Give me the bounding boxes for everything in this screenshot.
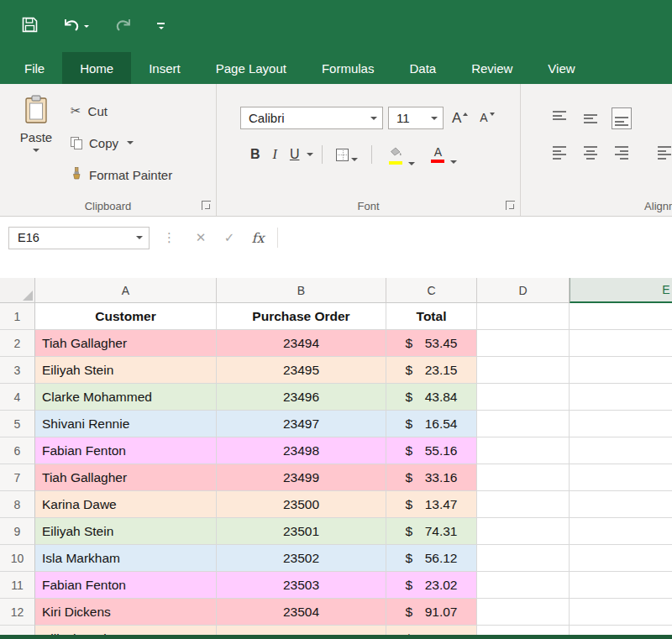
font-name-select[interactable]: Calibri bbox=[240, 107, 383, 129]
cell-customer[interactable]: Isla Markham bbox=[35, 545, 217, 572]
clipboard-dialog-launcher-icon[interactable] bbox=[202, 201, 211, 210]
cell-customer[interactable]: Fabian Fenton bbox=[35, 572, 217, 599]
cell-empty[interactable] bbox=[570, 411, 672, 437]
cell-total[interactable]: $91.07 bbox=[386, 599, 477, 626]
row-number[interactable]: 12 bbox=[0, 599, 35, 626]
cell-purchase-order[interactable]: 23494 bbox=[217, 330, 386, 357]
undo-dropdown-icon[interactable] bbox=[84, 25, 89, 28]
font-dialog-launcher-icon[interactable] bbox=[506, 201, 515, 210]
decrease-indent-button[interactable] bbox=[654, 143, 672, 163]
italic-button[interactable]: I bbox=[268, 145, 282, 164]
cell-total[interactable]: $43.84 bbox=[386, 384, 477, 411]
cell-empty[interactable] bbox=[477, 464, 570, 491]
cell-purchase-order[interactable]: 23502 bbox=[217, 545, 386, 572]
column-header-d[interactable]: D bbox=[477, 278, 570, 303]
cell-empty[interactable] bbox=[477, 545, 570, 572]
cell-customer[interactable]: Shivani Rennie bbox=[35, 411, 217, 437]
font-color-dropdown-icon[interactable] bbox=[450, 160, 457, 164]
name-box[interactable]: E16 bbox=[8, 227, 150, 249]
paste-button[interactable]: Paste bbox=[12, 95, 60, 191]
copy-button[interactable]: Copy bbox=[71, 127, 172, 159]
cell-empty[interactable] bbox=[477, 330, 570, 357]
align-right-button[interactable] bbox=[612, 143, 632, 163]
cell-empty[interactable] bbox=[570, 518, 672, 545]
borders-button[interactable] bbox=[331, 147, 363, 163]
cell-customer[interactable]: Eiliyah Stein bbox=[35, 518, 217, 545]
cell-purchase-order[interactable]: 23503 bbox=[217, 572, 386, 599]
cell-empty[interactable] bbox=[570, 464, 672, 491]
cell-total[interactable]: $53.45 bbox=[386, 330, 477, 357]
tab-review[interactable]: Review bbox=[454, 52, 530, 84]
font-size-select[interactable]: 11 bbox=[388, 107, 444, 129]
cell-customer[interactable]: Karina Dawe bbox=[35, 491, 217, 518]
undo-button[interactable] bbox=[63, 18, 89, 35]
cell-customer[interactable]: Clarke Mohammed bbox=[35, 384, 217, 411]
cell-total[interactable]: $23.15 bbox=[386, 357, 477, 384]
decrease-font-size-button[interactable]: A bbox=[476, 109, 497, 127]
tab-insert[interactable]: Insert bbox=[131, 52, 198, 84]
cell-empty[interactable] bbox=[570, 303, 672, 330]
cell-purchase-order[interactable]: 23501 bbox=[217, 518, 386, 545]
row-number[interactable]: 8 bbox=[0, 491, 35, 518]
cell-customer[interactable]: Kiri Dickens bbox=[35, 599, 217, 626]
fill-color-dropdown-icon[interactable] bbox=[408, 162, 415, 165]
tab-formulas[interactable]: Formulas bbox=[304, 52, 392, 84]
cell-total[interactable]: $16.54 bbox=[386, 411, 477, 437]
cell-purchase-order[interactable]: 23496 bbox=[217, 384, 386, 411]
cell-total[interactable]: $33.16 bbox=[386, 464, 477, 491]
cell-empty[interactable] bbox=[477, 572, 570, 599]
row-number[interactable]: 11 bbox=[0, 572, 35, 599]
cell-total[interactable]: $55.16 bbox=[386, 437, 477, 464]
orientation-icon[interactable]: ab bbox=[669, 110, 672, 128]
column-header-e[interactable]: E bbox=[570, 278, 672, 303]
redo-button[interactable] bbox=[114, 18, 132, 35]
cell-purchase-order-header[interactable]: Purchase Order bbox=[217, 303, 386, 330]
customize-quick-access-button[interactable] bbox=[157, 23, 165, 29]
cell-empty[interactable] bbox=[570, 572, 672, 599]
cell-empty[interactable] bbox=[477, 384, 570, 411]
save-button[interactable] bbox=[22, 17, 38, 36]
cell-empty[interactable] bbox=[477, 599, 570, 626]
bottom-align-button[interactable] bbox=[612, 107, 632, 129]
enter-button[interactable]: ✓ bbox=[215, 230, 244, 245]
cell-purchase-order[interactable]: 23500 bbox=[217, 491, 386, 518]
formula-input[interactable] bbox=[283, 227, 672, 249]
cell-customer[interactable]: Tiah Gallagher bbox=[35, 464, 217, 491]
formula-bar-drag-handle[interactable]: ⋮ bbox=[163, 230, 175, 245]
center-button[interactable] bbox=[580, 143, 601, 163]
cell-purchase-order[interactable]: 23499 bbox=[217, 464, 386, 491]
cell-customer[interactable]: Fabian Fenton bbox=[35, 437, 217, 464]
select-all-corner[interactable] bbox=[0, 278, 35, 303]
fill-color-button[interactable] bbox=[381, 142, 420, 167]
cut-button[interactable]: ✂ Cut bbox=[71, 95, 172, 127]
column-header-c[interactable]: C bbox=[386, 278, 477, 303]
font-color-button[interactable]: A bbox=[423, 144, 462, 165]
cell-purchase-order[interactable]: 23495 bbox=[217, 357, 386, 384]
cell-customer-header[interactable]: Customer bbox=[35, 303, 217, 330]
row-number[interactable]: 1 bbox=[0, 303, 35, 330]
row-number[interactable]: 2 bbox=[0, 330, 35, 357]
cell-empty[interactable] bbox=[477, 303, 570, 330]
cell-purchase-order[interactable]: 23497 bbox=[217, 411, 386, 437]
bold-button[interactable]: B bbox=[245, 145, 265, 164]
middle-align-button[interactable] bbox=[580, 107, 601, 129]
tab-data[interactable]: Data bbox=[391, 52, 454, 84]
cell-total[interactable]: $74.31 bbox=[386, 518, 477, 545]
cell-customer[interactable]: Eiliyah Stein bbox=[35, 357, 217, 384]
cell-purchase-order[interactable]: 23498 bbox=[217, 437, 386, 464]
cell-total[interactable]: $13.47 bbox=[386, 491, 477, 518]
cell-total-header[interactable]: Total bbox=[386, 303, 477, 330]
row-number[interactable]: 10 bbox=[0, 545, 35, 572]
tab-home[interactable]: Home bbox=[62, 52, 131, 84]
row-number[interactable]: 6 bbox=[0, 437, 35, 464]
cell-empty[interactable] bbox=[570, 330, 672, 357]
column-header-a[interactable]: A bbox=[35, 278, 217, 303]
top-align-button[interactable] bbox=[549, 107, 570, 129]
insert-function-button[interactable]: fx bbox=[244, 230, 272, 246]
paste-dropdown-icon[interactable] bbox=[33, 149, 39, 152]
cell-empty[interactable] bbox=[570, 357, 672, 384]
cell-empty[interactable] bbox=[477, 437, 570, 464]
cell-empty[interactable] bbox=[570, 437, 672, 464]
cell-empty[interactable] bbox=[477, 491, 570, 518]
row-number[interactable]: 9 bbox=[0, 518, 35, 545]
